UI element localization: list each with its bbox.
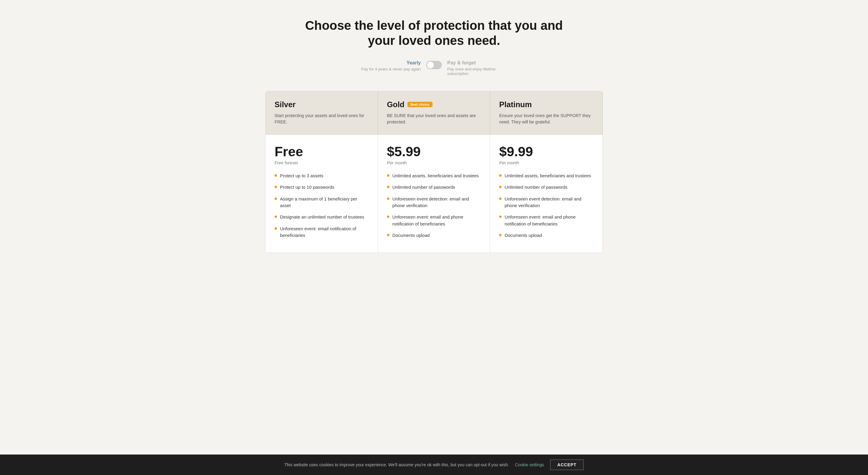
list-item: Designate an unlimited number of trustee… [275, 214, 369, 220]
billing-toggle[interactable] [426, 61, 442, 69]
list-item: Protect up to 10 passwords [275, 184, 369, 191]
list-item: Unforeseen event: email notification of … [275, 226, 369, 239]
yearly-label: Yearly [407, 60, 421, 66]
bullet-icon [499, 186, 501, 188]
platinum-plan-desc: Ensure your loved ones get the SUPPORT t… [499, 112, 593, 126]
silver-price-sub: Free forever [275, 161, 369, 165]
bullet-icon [499, 174, 501, 177]
gold-features-list: Unlimited assets, beneficiaries and trus… [387, 172, 481, 239]
bullet-icon [387, 186, 390, 188]
list-item: Unforeseen event: email and phone notifi… [387, 214, 481, 227]
silver-plan-name: Silver [275, 100, 369, 109]
bullet-icon [275, 174, 277, 177]
payforget-sublabel: Pay once and enjoy lifetime subscription [447, 67, 514, 76]
page-title: Choose the level of protection that you … [265, 18, 603, 48]
platinum-plan-header: Platinum Ensure your loved ones get the … [490, 91, 602, 135]
payforget-label: Pay & forget [447, 60, 475, 66]
cookie-settings-link[interactable]: Cookie settings [515, 462, 544, 467]
yearly-billing-col: Yearly Pay for 4 years & never pay again [354, 60, 421, 71]
bullet-icon [275, 186, 277, 188]
bullet-icon [387, 215, 390, 218]
gold-plan-name: Gold Best choice [387, 100, 481, 109]
platinum-plan-name: Platinum [499, 100, 593, 109]
silver-features-list: Protect up to 3 assets Protect up to 10 … [275, 172, 369, 239]
bullet-icon [275, 227, 277, 230]
page-wrapper: Choose the level of protection that you … [253, 0, 615, 283]
gold-price: $5.99 [387, 144, 481, 159]
payforget-billing-col: Pay & forget Pay once and enjoy lifetime… [447, 60, 514, 76]
list-item: Unlimited assets, beneficiaries and trus… [387, 172, 481, 179]
best-choice-badge: Best choice [407, 102, 433, 107]
list-item: Assign a maximum of 1 beneficiary per as… [275, 196, 369, 209]
silver-plan-header: Silver Start protecting your assets and … [266, 91, 378, 135]
plans-grid: Silver Start protecting your assets and … [265, 91, 603, 253]
cookie-accept-button[interactable]: ACCEPT [550, 460, 584, 470]
list-item: Unforeseen event detection: email and ph… [499, 196, 593, 209]
list-item: Unlimited number of passwords [499, 184, 593, 191]
bullet-icon [275, 215, 277, 218]
bullet-icon [387, 198, 390, 200]
gold-plan-body: $5.99 Per month Unlimited assets, benefi… [378, 135, 490, 252]
silver-plan-desc: Start protecting your assets and loved o… [275, 112, 369, 126]
list-item: Unlimited number of passwords [387, 184, 481, 191]
bullet-icon [499, 215, 501, 218]
list-item: Documents upload [499, 232, 593, 239]
cookie-banner: This website uses cookies to improve you… [0, 454, 868, 475]
bullet-icon [499, 198, 501, 200]
platinum-plan-body: $9.99 Per month Unlimited assets, benefi… [490, 135, 602, 252]
list-item: Unlimited assets, beneficiaries and trus… [499, 172, 593, 179]
yearly-sublabel: Pay for 4 years & never pay again [361, 67, 421, 71]
gold-plan-desc: BE SURE that your loved ones and assets … [387, 112, 481, 126]
gold-price-sub: Per month [387, 161, 481, 165]
silver-plan-body: Free Free forever Protect up to 3 assets… [266, 135, 378, 252]
gold-plan-header: Gold Best choice BE SURE that your loved… [378, 91, 490, 135]
bullet-icon [387, 174, 390, 177]
bullet-icon [499, 234, 501, 236]
platinum-price-sub: Per month [499, 161, 593, 165]
list-item: Unforeseen event: email and phone notifi… [499, 214, 593, 227]
list-item: Documents upload [387, 232, 481, 239]
bullet-icon [275, 198, 277, 200]
list-item: Protect up to 3 assets [275, 172, 369, 179]
bullet-icon [387, 234, 390, 236]
toggle-col [421, 60, 447, 69]
silver-price: Free [275, 144, 369, 159]
platinum-price: $9.99 [499, 144, 593, 159]
list-item: Unforeseen event detection: email and ph… [387, 196, 481, 209]
billing-toggle-wrapper: Yearly Pay for 4 years & never pay again… [265, 60, 603, 76]
platinum-features-list: Unlimited assets, beneficiaries and trus… [499, 172, 593, 239]
billing-toggle-row: Yearly Pay for 4 years & never pay again… [354, 60, 514, 76]
cookie-text: This website uses cookies to improve you… [284, 462, 509, 467]
